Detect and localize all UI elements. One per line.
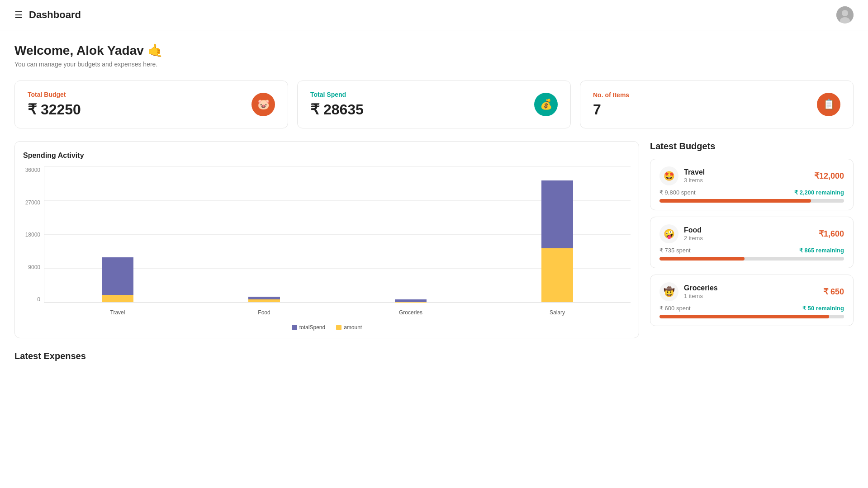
legend-dot-total-spend [292, 325, 297, 330]
budget-spent-label-0: ₹ 9,800 spent [659, 189, 696, 196]
budget-amount-2: ₹ 650 [823, 287, 844, 297]
budget-card-travel: 🤩 Travel 3 items ₹12,000 ₹ 9,800 spent ₹… [650, 159, 854, 210]
budget-amount-1: ₹1,600 [819, 229, 844, 239]
welcome-subtitle: You can manage your budgets and expenses… [14, 61, 854, 68]
stat-icon-1: 💰 [534, 93, 558, 116]
budget-name-1: Food [684, 226, 703, 234]
budget-items-count-0: 3 items [684, 177, 705, 184]
chart-legend: totalSpend amount [23, 324, 631, 331]
stat-label-0: Total Budget [28, 91, 81, 98]
budget-spent-row-2: ₹ 600 spent ₹ 50 remaining [659, 305, 844, 312]
header-title: Dashboard [29, 9, 81, 21]
budget-name-2: Groceries [684, 284, 718, 292]
budget-progress-bar-0 [659, 199, 844, 203]
budget-icon-2: 🤠 [659, 282, 678, 301]
bottom-layout: Spending Activity 0 9000 18000 27000 360… [14, 141, 854, 338]
main-content: Welcome, Alok Yadav 🤙 You can manage you… [0, 30, 868, 376]
stat-cards: Total Budget ₹ 32250 🐷 Total Spend ₹ 286… [14, 81, 854, 128]
budget-progress-fill-2 [659, 315, 829, 318]
stat-value-0: ₹ 32250 [28, 101, 81, 118]
bar-amount-3 [541, 248, 573, 302]
stat-card-text-1: Total Spend ₹ 28635 [310, 91, 364, 118]
budget-card-header-0: 🤩 Travel 3 items ₹12,000 [659, 166, 844, 185]
y-label-0: 0 [23, 296, 44, 303]
y-label-36000: 36000 [23, 167, 44, 173]
budget-progress-fill-1 [659, 257, 745, 261]
latest-budgets-title: Latest Budgets [650, 141, 854, 152]
budget-name-wrap-2: Groceries 1 items [684, 284, 718, 299]
budget-cards: 🤩 Travel 3 items ₹12,000 ₹ 9,800 spent ₹… [650, 159, 854, 326]
hamburger-icon[interactable]: ☰ [14, 9, 23, 20]
spending-chart-section: Spending Activity 0 9000 18000 27000 360… [14, 141, 639, 338]
stat-card-0: Total Budget ₹ 32250 🐷 [14, 81, 288, 128]
bar-label-2: Groceries [399, 309, 422, 316]
budget-spent-label-2: ₹ 600 spent [659, 305, 691, 312]
y-label-27000: 27000 [23, 199, 44, 206]
legend-label-amount: amount [344, 324, 362, 331]
budget-icon-0: 🤩 [659, 166, 678, 185]
stat-label-1: Total Spend [310, 91, 364, 98]
legend-dot-amount [336, 325, 342, 330]
stat-icon-0: 🐷 [251, 93, 275, 116]
header-left: ☰ Dashboard [14, 9, 81, 21]
stat-card-2: No. of Items 7 📋 [580, 81, 854, 128]
bar-label-0: Travel [110, 309, 125, 316]
budget-spent-row-0: ₹ 9,800 spent ₹ 2,200 remaining [659, 189, 844, 196]
budget-progress-bar-2 [659, 315, 844, 318]
header: ☰ Dashboard [0, 0, 868, 30]
legend-total-spend: totalSpend [292, 324, 325, 331]
bar-amount-1 [248, 299, 280, 302]
budget-info-2: 🤠 Groceries 1 items [659, 282, 823, 301]
bar-label-3: Salary [550, 309, 565, 316]
bar-chart: 0 9000 18000 27000 36000 [23, 167, 631, 321]
chart-bars-area: Travel Food Groceries Salary [44, 167, 631, 303]
right-panel: Latest Budgets 🤩 Travel 3 items ₹12,000 … [650, 141, 854, 338]
stat-label-2: No. of Items [593, 91, 629, 99]
bar-stack-3 [541, 180, 573, 302]
bar-group-food: Food [191, 167, 337, 302]
bar-stack-1 [248, 297, 280, 302]
stat-card-text-0: Total Budget ₹ 32250 [28, 91, 81, 118]
budget-card-food: 🤪 Food 2 items ₹1,600 ₹ 735 spent ₹ 865 … [650, 217, 854, 268]
budget-name-wrap-0: Travel 3 items [684, 168, 705, 184]
bar-stack-2 [395, 299, 427, 302]
budget-amount-0: ₹12,000 [814, 171, 844, 181]
y-label-18000: 18000 [23, 232, 44, 238]
budget-progress-bar-1 [659, 257, 844, 261]
stat-value-1: ₹ 28635 [310, 101, 364, 118]
welcome-title: Welcome, Alok Yadav 🤙 [14, 43, 854, 58]
budget-info-0: 🤩 Travel 3 items [659, 166, 814, 185]
latest-expenses-title: Latest Expenses [14, 351, 854, 361]
stat-card-text-2: No. of Items 7 [593, 91, 629, 118]
budget-items-count-2: 1 items [684, 293, 718, 299]
bar-totalspend-3 [541, 180, 573, 248]
bar-group-travel: Travel [44, 167, 191, 302]
bar-totalspend-0 [102, 257, 133, 294]
bar-group-salary: Salary [484, 167, 631, 302]
budget-remaining-label-0: ₹ 2,200 remaining [794, 189, 844, 196]
stat-card-1: Total Spend ₹ 28635 💰 [297, 81, 571, 128]
budget-name-wrap-1: Food 2 items [684, 226, 703, 242]
budget-remaining-label-1: ₹ 865 remaining [799, 247, 844, 254]
legend-amount: amount [336, 324, 362, 331]
budget-info-1: 🤪 Food 2 items [659, 224, 819, 243]
y-label-9000: 9000 [23, 264, 44, 270]
budget-card-header-2: 🤠 Groceries 1 items ₹ 650 [659, 282, 844, 301]
y-axis-labels: 0 9000 18000 27000 36000 [23, 167, 44, 303]
bar-stack-0 [102, 257, 133, 302]
budget-progress-fill-0 [659, 199, 811, 203]
stat-icon-2: 📋 [817, 93, 840, 116]
legend-label-total-spend: totalSpend [299, 324, 325, 331]
bar-amount-0 [102, 295, 133, 302]
budget-name-0: Travel [684, 168, 705, 176]
budget-card-header-1: 🤪 Food 2 items ₹1,600 [659, 224, 844, 243]
avatar[interactable] [836, 6, 854, 24]
stat-value-2: 7 [593, 101, 629, 118]
budget-spent-row-1: ₹ 735 spent ₹ 865 remaining [659, 247, 844, 254]
bar-group-groceries: Groceries [337, 167, 484, 302]
chart-title: Spending Activity [23, 152, 631, 160]
budget-remaining-label-2: ₹ 50 remaining [802, 305, 844, 312]
budget-spent-label-1: ₹ 735 spent [659, 247, 691, 254]
budget-card-groceries: 🤠 Groceries 1 items ₹ 650 ₹ 600 spent ₹ … [650, 275, 854, 326]
bar-label-1: Food [258, 309, 270, 316]
